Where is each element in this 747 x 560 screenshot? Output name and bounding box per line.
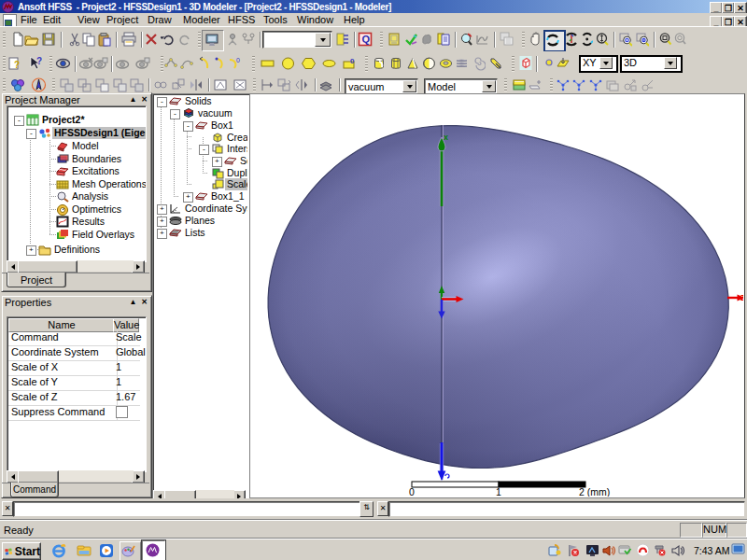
svg-text:Q: Q: [362, 34, 371, 45]
svg-text:?: ?: [14, 60, 20, 70]
svg-text:0: 0: [350, 57, 355, 65]
svg-text:0: 0: [236, 57, 240, 63]
svg-text:2 (mm): 2 (mm): [579, 486, 610, 497]
svg-text:?: ?: [36, 56, 42, 66]
svg-text:0: 0: [409, 486, 415, 497]
svg-text:1: 1: [496, 486, 501, 497]
svg-text:z: z: [740, 292, 743, 302]
svg-text:x: x: [444, 133, 448, 142]
